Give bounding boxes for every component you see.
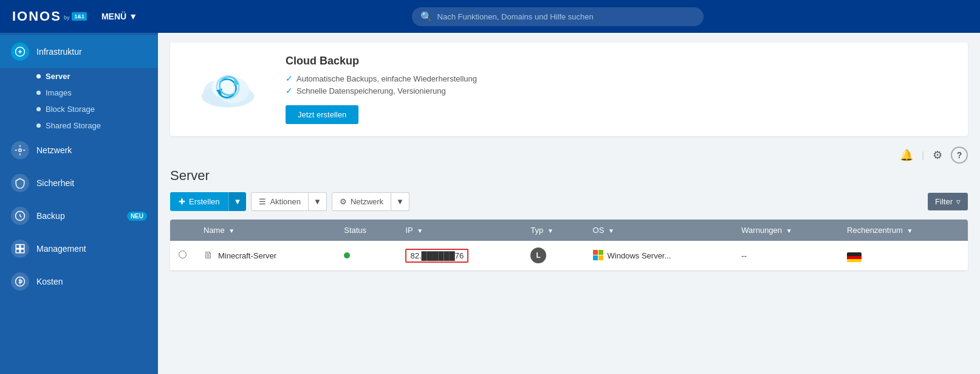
management-icon xyxy=(11,240,29,258)
table-body: 🗎 Minecraft-Server 82.██████76 xyxy=(170,241,968,271)
svg-rect-6 xyxy=(21,249,24,253)
menu-button[interactable]: MENÜ ▼ xyxy=(101,12,137,21)
dot-icon xyxy=(36,91,41,95)
sidebar-item-shared-storage[interactable]: Shared Storage xyxy=(36,117,158,134)
sidebar-item-sicherheit[interactable]: Sicherheit xyxy=(0,167,158,199)
row-radio-cell xyxy=(170,241,195,271)
row-name-cell: 🗎 Minecraft-Server xyxy=(195,241,335,271)
sort-dc-icon: ▼ xyxy=(906,227,913,234)
th-ip[interactable]: IP ▼ xyxy=(397,220,522,241)
aktionen-button[interactable]: ☰ Aktionen xyxy=(251,192,309,211)
th-name[interactable]: Name ▼ xyxy=(195,220,335,241)
search-input[interactable] xyxy=(437,12,695,21)
dot-icon xyxy=(36,74,41,78)
bell-button[interactable]: 🔔 xyxy=(897,146,916,164)
banner-feature-2: ✓ Schnelle Datenspeicherung, Versionieru… xyxy=(286,86,950,95)
ip-highlight-box: 82.██████76 xyxy=(405,249,468,263)
toolbar-area: 🔔 | ⚙ ? xyxy=(158,142,980,168)
kosten-icon xyxy=(11,272,29,291)
sidebar-item-management[interactable]: Management xyxy=(0,232,158,265)
cloud-backup-banner: Cloud Backup ✓ Automatische Backups, ein… xyxy=(170,43,968,136)
action-toolbar: ✚ Erstellen ▼ ☰ Aktionen ▼ ⚙ Netzwerk xyxy=(170,192,968,211)
country-flag xyxy=(847,252,862,262)
sidebar-images-label: Images xyxy=(46,88,72,97)
row-ip-cell: 82.██████76 xyxy=(397,241,522,271)
server-name: Minecraft-Server xyxy=(218,251,276,260)
bell-icon: 🔔 xyxy=(900,149,913,161)
svg-rect-15 xyxy=(593,250,598,255)
warnings-value: -- xyxy=(741,251,747,260)
svg-rect-4 xyxy=(21,244,24,248)
status-dot-green xyxy=(344,252,350,258)
search-box: 🔍 xyxy=(412,7,704,26)
th-datacenter[interactable]: Rechenzentrum ▼ xyxy=(838,220,968,241)
caret-down-icon-3: ▼ xyxy=(396,197,404,206)
sidebar: Infrastruktur Server Images Block Storag… xyxy=(0,33,158,374)
filter-button[interactable]: Filter ▿ xyxy=(928,193,968,210)
table-row: 🗎 Minecraft-Server 82.██████76 xyxy=(170,241,968,271)
sidebar-management-label: Management xyxy=(36,244,86,254)
sidebar-sub-infrastruktur: Server Images Block Storage Shared Stora… xyxy=(0,68,158,134)
top-navigation: IONOS by 1&1 MENÜ ▼ 🔍 xyxy=(0,0,980,33)
banner-feature-1: ✓ Automatische Backups, einfache Wiederh… xyxy=(286,74,950,83)
list-icon: ☰ xyxy=(259,197,266,206)
svg-rect-3 xyxy=(16,244,19,248)
server-ip: 82.██████76 xyxy=(410,251,464,260)
sort-name-icon: ▼ xyxy=(228,227,235,234)
banner-text: Cloud Backup ✓ Automatische Backups, ein… xyxy=(286,55,950,124)
sidebar-kosten-label: Kosten xyxy=(36,277,63,286)
th-typ[interactable]: Typ ▼ xyxy=(522,220,584,241)
sidebar-item-images[interactable]: Images xyxy=(36,85,158,101)
logo-badge: 1&1 xyxy=(72,12,87,21)
netzwerk-caret-button[interactable]: ▼ xyxy=(391,192,409,211)
banner-create-button[interactable]: Jetzt erstellen xyxy=(286,105,358,124)
sidebar-netzwerk-label: Netzwerk xyxy=(36,145,72,155)
sidebar-item-server[interactable]: Server xyxy=(36,68,158,85)
banner-title: Cloud Backup xyxy=(286,55,950,68)
th-status[interactable]: Status xyxy=(335,220,397,241)
filter-icon: ▿ xyxy=(956,197,961,206)
help-icon: ? xyxy=(957,150,962,160)
th-os[interactable]: OS ▼ xyxy=(584,220,733,241)
svg-rect-16 xyxy=(598,250,603,255)
infrastruktur-icon xyxy=(11,43,29,61)
main-layout: Infrastruktur Server Images Block Storag… xyxy=(0,33,980,374)
erstellen-caret-button[interactable]: ▼ xyxy=(228,192,247,211)
help-button[interactable]: ? xyxy=(951,147,968,164)
row-warnings-cell: -- xyxy=(733,241,838,271)
check-icon-1: ✓ xyxy=(286,74,293,83)
sort-ip-icon: ▼ xyxy=(417,227,423,234)
main-content: Cloud Backup ✓ Automatische Backups, ein… xyxy=(158,33,980,374)
aktionen-caret-button[interactable]: ▼ xyxy=(309,192,327,211)
sidebar-item-kosten[interactable]: Kosten xyxy=(0,265,158,298)
sort-typ-icon: ▼ xyxy=(547,227,553,234)
netzwerk-button[interactable]: ⚙ Netzwerk xyxy=(332,192,391,211)
sort-warnings-icon: ▼ xyxy=(786,227,792,234)
server-section: Server ✚ Erstellen ▼ ☰ Aktionen ▼ xyxy=(158,168,980,283)
row-radio[interactable] xyxy=(179,251,187,258)
th-radio xyxy=(170,220,195,241)
section-title: Server xyxy=(170,168,968,184)
caret-down-icon: ▼ xyxy=(234,197,242,206)
table-header: Name ▼ Status IP ▼ Typ ▼ xyxy=(170,220,968,241)
sidebar-item-block-storage[interactable]: Block Storage xyxy=(36,101,158,117)
sidebar-item-backup[interactable]: Backup NEU xyxy=(0,199,158,232)
erstellen-button[interactable]: ✚ Erstellen xyxy=(170,192,228,211)
dot-icon xyxy=(36,107,41,111)
check-icon-2: ✓ xyxy=(286,86,293,95)
sort-os-icon: ▼ xyxy=(608,227,614,234)
svg-rect-18 xyxy=(598,255,603,260)
gear-icon: ⚙ xyxy=(933,149,942,161)
sidebar-sicherheit-label: Sicherheit xyxy=(36,178,74,188)
netzwerk-icon xyxy=(11,141,29,159)
dot-icon xyxy=(36,123,41,128)
th-warnings[interactable]: Warnungen ▼ xyxy=(733,220,838,241)
gear-button[interactable]: ⚙ xyxy=(930,146,945,164)
sidebar-block-storage-label: Block Storage xyxy=(46,105,95,114)
network-icon: ⚙ xyxy=(340,197,347,206)
type-badge: L xyxy=(530,248,546,263)
svg-point-1 xyxy=(19,149,22,152)
sidebar-item-infrastruktur[interactable]: Infrastruktur xyxy=(0,35,158,68)
sidebar-item-netzwerk[interactable]: Netzwerk xyxy=(0,134,158,167)
server-table: Name ▼ Status IP ▼ Typ ▼ xyxy=(170,220,968,271)
